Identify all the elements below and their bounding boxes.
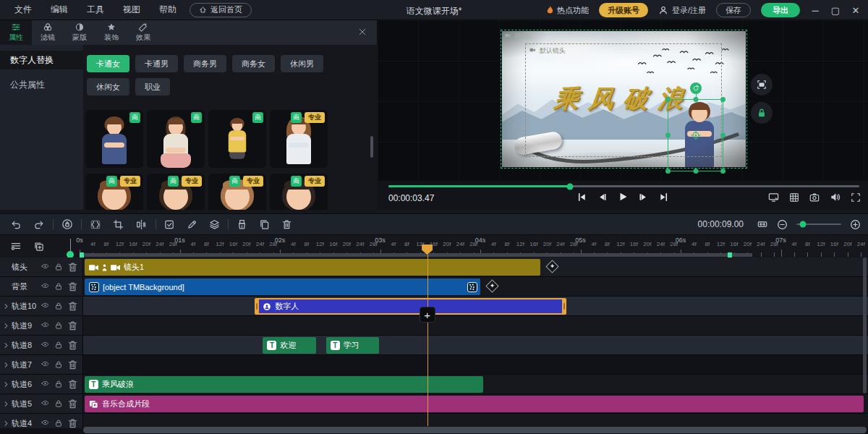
track-lock-icon[interactable] <box>54 320 63 331</box>
grid-icon[interactable] <box>789 192 799 203</box>
menu-item-文件[interactable]: 文件 <box>14 4 32 16</box>
back-home-button[interactable]: 返回首页 <box>190 3 252 17</box>
avatar-card-3[interactable]: 商 <box>208 110 266 168</box>
track-header-轨道10[interactable]: 轨道10 <box>0 297 83 315</box>
resize-handle-ne[interactable] <box>720 97 726 102</box>
maximize-button[interactable]: ▢ <box>830 5 841 16</box>
tab-效果[interactable]: 效果 <box>127 20 159 45</box>
track-header-轨道4[interactable]: 轨道4 <box>0 414 83 428</box>
track-visibility-icon[interactable] <box>41 262 50 273</box>
save-button[interactable]: 保存 <box>716 3 751 17</box>
progress-knob[interactable] <box>567 183 574 190</box>
track-lock-icon[interactable] <box>54 262 63 273</box>
zoom-in-icon[interactable] <box>850 219 861 230</box>
track-header-轨道8[interactable]: 轨道8 <box>0 336 83 354</box>
category-chip-商务男[interactable]: 商务男 <box>184 55 226 72</box>
redo-icon[interactable] <box>33 219 45 230</box>
menu-item-编辑[interactable]: 编辑 <box>51 4 68 16</box>
tab-属性[interactable]: 属性 <box>0 20 32 45</box>
avatar-card-7[interactable]: 商专业 <box>208 174 266 210</box>
clip-trim-left[interactable] <box>255 298 259 315</box>
clip-[object TMBackground][interactable]: [object TMBackground] <box>85 278 480 295</box>
tab-蒙版[interactable]: 蒙版 <box>64 20 95 45</box>
resize-handle-se[interactable] <box>720 169 726 174</box>
resize-handle-sw[interactable] <box>665 169 671 174</box>
panel-close-icon[interactable] <box>358 27 367 36</box>
track-visibility-icon[interactable] <box>41 281 50 292</box>
track-visibility-icon[interactable] <box>41 301 50 312</box>
resize-handle-nw[interactable] <box>665 97 671 102</box>
track-header-轨道6[interactable]: 轨道6 <box>0 375 83 393</box>
track-header-镜头[interactable]: 镜头 <box>0 258 83 276</box>
select-edit-icon[interactable] <box>164 219 175 230</box>
upgrade-account-button[interactable]: 升级账号 <box>599 3 648 17</box>
track-delete-icon[interactable] <box>67 379 78 390</box>
sidebar-item-公共属性[interactable]: 公共属性 <box>0 75 83 94</box>
clip-乘风破浪[interactable]: T乘风破浪 <box>85 376 483 393</box>
clip-学习[interactable]: T学习 <box>326 337 379 354</box>
avatar-card-2[interactable]: 商 <box>147 110 205 168</box>
track-delete-icon[interactable] <box>67 359 78 370</box>
clip-音乐合成片段[interactable]: 音乐合成片段 <box>85 396 864 412</box>
track-header-轨道9[interactable]: 轨道9 <box>0 316 83 335</box>
hot-feature-button[interactable]: 热点功能 <box>546 5 589 16</box>
layers-icon[interactable] <box>209 219 220 230</box>
track-header-背景[interactable]: 背景 <box>0 277 83 296</box>
track-delete-icon[interactable] <box>67 418 78 429</box>
lock-button[interactable] <box>751 102 773 124</box>
skip-end-button[interactable] <box>658 192 669 203</box>
track-delete-icon[interactable] <box>67 262 78 273</box>
chevron-right-icon[interactable] <box>0 401 12 407</box>
clip-数字人[interactable]: 数字人 <box>257 298 564 315</box>
chevron-right-icon[interactable] <box>0 362 12 368</box>
track-lock-icon[interactable] <box>54 418 63 429</box>
track-lock-icon[interactable] <box>54 399 63 409</box>
volume-icon[interactable] <box>830 192 841 203</box>
track-lock-icon[interactable] <box>54 379 63 390</box>
track-delete-icon[interactable] <box>67 301 78 312</box>
resize-handle-w[interactable] <box>665 133 671 138</box>
track-visibility-icon[interactable] <box>41 340 50 351</box>
close-button[interactable]: ✕ <box>851 5 861 16</box>
avatar-card-8[interactable]: 商专业 <box>270 174 328 210</box>
avatar-card-1[interactable]: 商 <box>85 110 143 168</box>
fit-screen-button[interactable] <box>751 74 773 95</box>
category-chip-卡通女[interactable]: 卡通女 <box>87 55 129 72</box>
add-keyframe-button[interactable]: ✦ <box>485 279 498 292</box>
track-lock-icon[interactable] <box>54 359 63 370</box>
category-chip-休闲男[interactable]: 休闲男 <box>281 55 323 72</box>
avatar-card-5[interactable]: 商专业 <box>85 174 143 210</box>
next-frame-button[interactable] <box>638 192 649 203</box>
track-lock-icon[interactable] <box>54 301 63 312</box>
delete-icon[interactable] <box>281 219 292 230</box>
code-brackets-icon[interactable] <box>90 219 101 230</box>
add-at-playhead-button[interactable]: + <box>420 307 435 323</box>
undo-icon[interactable] <box>10 219 22 230</box>
track-delete-icon[interactable] <box>67 281 78 292</box>
chevron-right-icon[interactable] <box>0 381 12 388</box>
timeline-zoom-slider[interactable] <box>796 224 841 225</box>
chevron-right-icon[interactable] <box>0 323 12 329</box>
sidebar-item-数字人替换[interactable]: 数字人替换 <box>0 51 83 69</box>
export-button[interactable]: 导出 <box>761 3 800 17</box>
avatar-card-4[interactable]: 商专业 <box>270 110 328 168</box>
clip-镜头1[interactable]: 镜头1 <box>85 259 540 276</box>
track-lock-icon[interactable] <box>54 281 63 292</box>
format-brush-icon[interactable] <box>237 219 247 230</box>
copy-icon[interactable] <box>259 219 270 230</box>
track-delete-icon[interactable] <box>67 340 78 351</box>
anchor-lock-icon[interactable] <box>61 218 73 230</box>
track-visibility-icon[interactable] <box>41 418 50 429</box>
track-header-轨道7[interactable]: 轨道7 <box>0 355 83 374</box>
add-keyframe-button[interactable]: ✦ <box>545 260 558 273</box>
object-selection-box[interactable] <box>668 99 723 171</box>
track-lock-icon[interactable] <box>54 340 63 351</box>
crop-icon[interactable] <box>113 219 124 230</box>
timeline-vertical-scrollbar[interactable] <box>863 258 867 393</box>
panel-scrollbar[interactable] <box>370 136 373 158</box>
zoom-out-icon[interactable] <box>777 219 788 230</box>
pencil-icon[interactable] <box>187 219 197 230</box>
category-chip-卡通男[interactable]: 卡通男 <box>135 55 178 72</box>
chevron-right-icon[interactable] <box>0 303 12 310</box>
preview-progress-bar[interactable] <box>388 185 859 187</box>
